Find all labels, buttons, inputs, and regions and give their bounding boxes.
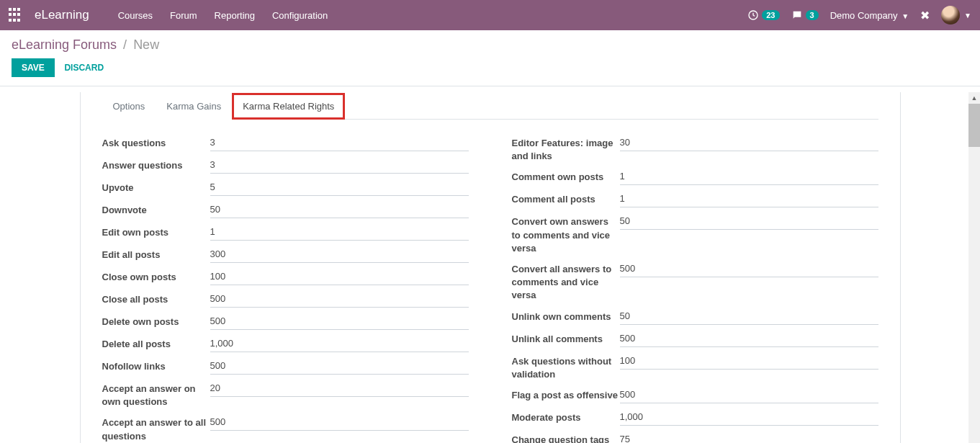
breadcrumb: eLearning Forums / New [12, 37, 159, 53]
field-label: Nofollow links [102, 359, 210, 373]
discard-button[interactable]: DISCARD [64, 63, 104, 73]
user-menu[interactable]: ▼ [941, 6, 971, 24]
karma-input[interactable] [620, 169, 878, 185]
karma-input[interactable] [620, 354, 878, 370]
actions-row: SAVE DISCARD [0, 55, 980, 86]
field-wrapper [620, 169, 878, 185]
field-wrapper [210, 158, 469, 174]
form-row: Answer questions [102, 158, 469, 174]
nav-items: Courses Forum Reporting Configuration [118, 10, 328, 21]
karma-input[interactable] [620, 388, 878, 403]
field-label: Unlink own comments [512, 309, 620, 323]
debug-icon[interactable]: ✖ [920, 9, 930, 22]
form-row: Ask questions [102, 135, 469, 151]
field-wrapper [620, 388, 878, 403]
content-area: Options Karma Gains Karma Related Rights… [0, 92, 980, 443]
karma-input[interactable] [620, 309, 878, 325]
topbar-right: 23 3 Demo Company ▼ ✖ ▼ [747, 6, 971, 24]
scroll-up-icon[interactable]: ▲ [968, 92, 980, 104]
company-name: Demo Company [830, 10, 898, 21]
left-column: Ask questionsAnswer questionsUpvoteDownv… [102, 135, 469, 443]
field-label: Convert all answers to comments and vice… [512, 261, 620, 303]
form-row: Flag a post as offensive [512, 388, 878, 403]
tab-karma-related-rights[interactable]: Karma Related Rights [232, 93, 345, 120]
karma-input[interactable] [210, 247, 469, 263]
field-label: Comment all posts [512, 192, 620, 206]
karma-input[interactable] [210, 292, 469, 308]
field-label: Ask questions [102, 135, 210, 150]
karma-input[interactable] [210, 314, 469, 330]
field-wrapper [210, 225, 469, 241]
form-row: Unlink own comments [512, 309, 878, 325]
right-column: Editor Features: image and linksComment … [512, 135, 878, 443]
breadcrumb-sep: / [123, 37, 127, 52]
form-row: Change question tags [512, 432, 878, 443]
activity-indicator[interactable]: 23 [747, 9, 779, 21]
nav-forum[interactable]: Forum [170, 10, 197, 21]
breadcrumb-root[interactable]: eLearning Forums [12, 37, 117, 52]
form-row: Upvote [102, 180, 469, 196]
save-button[interactable]: SAVE [12, 58, 55, 77]
nav-courses[interactable]: Courses [118, 10, 153, 21]
apps-icon[interactable] [9, 8, 23, 22]
field-label: Edit own posts [102, 225, 210, 239]
karma-input[interactable] [210, 135, 469, 151]
field-label: Comment own posts [512, 169, 620, 184]
chevron-down-icon: ▼ [902, 12, 909, 20]
karma-input[interactable] [620, 135, 878, 151]
field-label: Upvote [102, 180, 210, 194]
company-selector[interactable]: Demo Company ▼ [830, 10, 909, 21]
form-row: Close own posts [102, 269, 469, 285]
nav-reporting[interactable]: Reporting [215, 10, 255, 21]
karma-input[interactable] [620, 410, 878, 426]
karma-input[interactable] [620, 331, 878, 347]
karma-input[interactable] [210, 415, 469, 431]
field-label: Flag a post as offensive [512, 388, 620, 402]
karma-input[interactable] [210, 381, 469, 397]
form-row: Comment own posts [512, 169, 878, 185]
field-label: Close all posts [102, 292, 210, 306]
karma-input[interactable] [620, 214, 878, 230]
karma-input[interactable] [620, 261, 878, 277]
field-wrapper [620, 331, 878, 347]
karma-input[interactable] [210, 359, 469, 375]
topbar: eLearning Courses Forum Reporting Config… [0, 0, 980, 30]
karma-input[interactable] [210, 336, 469, 352]
tabs: Options Karma Gains Karma Related Rights [102, 92, 878, 120]
nav-configuration[interactable]: Configuration [272, 10, 328, 21]
scrollbar[interactable]: ▲ [968, 92, 980, 443]
field-label: Downvote [102, 202, 210, 217]
form-row: Unlink all comments [512, 331, 878, 347]
karma-input[interactable] [210, 202, 469, 218]
scroll-thumb[interactable] [968, 104, 980, 147]
field-label: Unlink all comments [512, 331, 620, 346]
field-wrapper [210, 247, 469, 263]
form-row: Accept an answer on own questions [102, 381, 469, 408]
karma-input[interactable] [620, 192, 878, 207]
breadcrumb-row: eLearning Forums / New [0, 30, 980, 55]
messages-indicator[interactable]: 3 [791, 9, 819, 21]
karma-input[interactable] [210, 180, 469, 196]
divider [0, 86, 980, 86]
form-row: Editor Features: image and links [512, 135, 878, 163]
karma-input[interactable] [210, 269, 469, 285]
field-label: Delete own posts [102, 314, 210, 328]
avatar [941, 6, 960, 24]
field-wrapper [620, 309, 878, 325]
field-wrapper [620, 214, 878, 230]
message-count: 3 [806, 10, 819, 20]
field-label: Moderate posts [512, 410, 620, 424]
karma-input[interactable] [210, 158, 469, 174]
tab-karma-gains[interactable]: Karma Gains [156, 93, 232, 120]
field-label: Delete all posts [102, 336, 210, 351]
form-row: Ask questions without validation [512, 354, 878, 381]
field-wrapper [620, 432, 878, 443]
karma-input[interactable] [620, 432, 878, 443]
breadcrumb-current: New [133, 37, 159, 52]
field-wrapper [210, 202, 469, 218]
karma-input[interactable] [210, 225, 469, 241]
field-label: Change question tags [512, 432, 620, 443]
app-title: eLearning [35, 8, 89, 22]
tab-options[interactable]: Options [102, 93, 156, 120]
form-row: Edit own posts [102, 225, 469, 241]
